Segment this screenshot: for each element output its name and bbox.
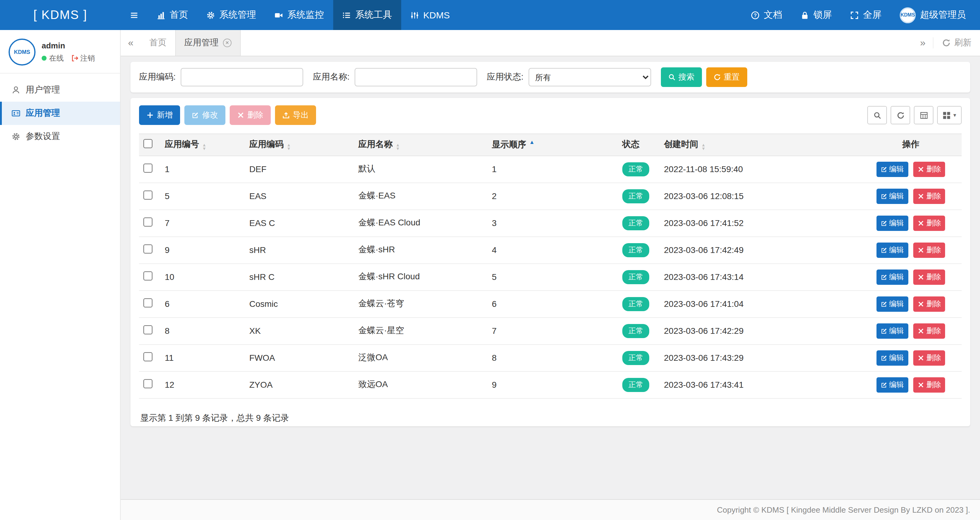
- nav-item-lock-screen[interactable]: 锁屏: [791, 0, 841, 30]
- row-delete-button[interactable]: 删除: [913, 296, 945, 312]
- brand-logo[interactable]: [ KDMS ]: [0, 0, 121, 30]
- nav-item-user-profile[interactable]: KDMS 超级管理员: [891, 0, 975, 30]
- table-refresh-button[interactable]: [891, 106, 910, 124]
- add-button-label: 新增: [157, 110, 173, 121]
- logout-link[interactable]: 注销: [71, 53, 95, 64]
- row-edit-button[interactable]: 编辑: [876, 242, 908, 258]
- column-header-actions: 操作: [860, 134, 962, 156]
- cell-app-id: 7: [160, 210, 244, 237]
- refresh-tab-button[interactable]: 刷新: [933, 37, 980, 48]
- row-checkbox[interactable]: [143, 244, 153, 254]
- column-header-display-order[interactable]: 显示顺序▲: [487, 134, 617, 156]
- column-header-app-code[interactable]: 应用编码▲▼: [244, 134, 353, 156]
- edit-button[interactable]: 修改: [185, 105, 225, 125]
- select-all-checkbox[interactable]: [143, 139, 153, 148]
- x-icon: [918, 219, 924, 226]
- search-button[interactable]: 搜索: [660, 67, 702, 87]
- sidebar-toggle-button[interactable]: [121, 0, 148, 30]
- row-edit-button[interactable]: 编辑: [876, 296, 908, 312]
- tab-bar: « 首页 应用管理 × » 刷新: [121, 30, 980, 56]
- row-delete-button[interactable]: 删除: [913, 188, 945, 204]
- status-badge: 正常: [622, 324, 649, 338]
- sidebar-item-parameter-settings[interactable]: 参数设置: [0, 125, 120, 148]
- app-code-input[interactable]: [181, 68, 303, 86]
- x-icon: [918, 246, 924, 253]
- row-delete-label: 删除: [926, 191, 941, 201]
- row-checkbox[interactable]: [143, 191, 153, 200]
- row-edit-button[interactable]: 编辑: [876, 215, 908, 231]
- add-button[interactable]: 新增: [139, 105, 180, 125]
- table-row[interactable]: 1 DEF 默认 1 正常 2022-11-08 15:59:40 编辑 删除: [139, 156, 962, 183]
- table-row[interactable]: 5 EAS 金蝶·EAS 2 正常 2023-03-06 12:08:15 编辑…: [139, 183, 962, 210]
- cell-display-order: 1: [487, 156, 617, 183]
- row-checkbox[interactable]: [143, 218, 153, 227]
- x-icon: [918, 328, 924, 334]
- cell-app-name: 金蝶云·星空: [353, 317, 487, 344]
- refresh-icon: [942, 38, 951, 47]
- tab-app-management[interactable]: 应用管理 ×: [175, 30, 241, 56]
- row-delete-button[interactable]: 删除: [913, 242, 945, 258]
- table-row[interactable]: 12 ZYOA 致远OA 9 正常 2023-03-06 17:43:41 编辑…: [139, 371, 962, 398]
- table-row[interactable]: 9 sHR 金蝶·sHR 4 正常 2023-03-06 17:42:49 编辑…: [139, 237, 962, 263]
- row-checkbox[interactable]: [143, 352, 153, 361]
- sidebar-item-user-management[interactable]: 用户管理: [0, 78, 120, 102]
- row-delete-button[interactable]: 删除: [913, 323, 945, 339]
- chevron-down-icon: ▾: [953, 112, 956, 118]
- column-header-created-time[interactable]: 创建时间▲▼: [659, 134, 860, 156]
- row-checkbox[interactable]: [143, 164, 153, 173]
- tab-home[interactable]: 首页: [141, 30, 175, 56]
- nav-item-system-monitoring[interactable]: 系统监控: [265, 0, 333, 30]
- row-delete-button[interactable]: 删除: [913, 350, 945, 365]
- export-button[interactable]: 导出: [275, 105, 316, 125]
- row-edit-button[interactable]: 编辑: [876, 188, 908, 204]
- nav-item-docs[interactable]: 文档: [742, 0, 791, 30]
- column-header-app-name[interactable]: 应用名称▲▼: [353, 134, 487, 156]
- row-delete-button[interactable]: 删除: [913, 377, 945, 392]
- row-checkbox[interactable]: [143, 325, 153, 334]
- nav-item-system-tools[interactable]: 系统工具: [333, 0, 401, 30]
- nav-item-label: 系统管理: [219, 9, 256, 21]
- cell-app-id: 10: [160, 263, 244, 290]
- row-edit-button[interactable]: 编辑: [876, 350, 908, 365]
- tabs-scroll-left-button[interactable]: «: [121, 37, 141, 48]
- row-delete-label: 删除: [926, 164, 941, 174]
- tab-close-icon[interactable]: ×: [223, 38, 232, 47]
- cell-app-name: 金蝶·EAS: [353, 183, 487, 210]
- edit-icon: [880, 354, 887, 361]
- column-header-app-id[interactable]: 应用编号▲▼: [160, 134, 244, 156]
- delete-button-label: 删除: [247, 110, 263, 121]
- table-columns-dropdown-button[interactable]: ▾: [937, 106, 962, 124]
- question-circle-icon: [751, 11, 759, 19]
- row-checkbox[interactable]: [143, 271, 153, 280]
- tabs-scroll-right-button[interactable]: »: [913, 37, 933, 48]
- table-row[interactable]: 8 XK 金蝶云·星空 7 正常 2023-03-06 17:42:29 编辑 …: [139, 317, 962, 344]
- cell-status: 正常: [617, 317, 659, 344]
- nav-item-home[interactable]: 首页: [148, 0, 197, 30]
- table-row[interactable]: 10 sHR C 金蝶·sHR Cloud 5 正常 2023-03-06 17…: [139, 263, 962, 290]
- row-checkbox[interactable]: [143, 379, 153, 388]
- row-edit-button[interactable]: 编辑: [876, 269, 908, 285]
- nav-item-system-management[interactable]: 系统管理: [197, 0, 265, 30]
- search-icon: [668, 73, 675, 81]
- row-delete-button[interactable]: 删除: [913, 161, 945, 177]
- table-view-toggle-button[interactable]: [914, 106, 934, 124]
- table-row[interactable]: 6 Cosmic 金蝶云·苍穹 6 正常 2023-03-06 17:41:04…: [139, 290, 962, 317]
- row-edit-button[interactable]: 编辑: [876, 377, 908, 392]
- row-delete-button[interactable]: 删除: [913, 269, 945, 285]
- app-status-select[interactable]: 所有: [528, 68, 651, 86]
- reset-button[interactable]: 重置: [706, 67, 747, 87]
- cell-created-time: 2023-03-06 17:42:49: [659, 237, 860, 263]
- delete-button[interactable]: 删除: [230, 105, 271, 125]
- row-checkbox[interactable]: [143, 298, 153, 307]
- sidebar-item-app-management[interactable]: 应用管理: [0, 102, 120, 125]
- nav-item-fullscreen[interactable]: 全屏: [841, 0, 891, 30]
- row-edit-button[interactable]: 编辑: [876, 323, 908, 339]
- table-row[interactable]: 7 EAS C 金蝶·EAS Cloud 3 正常 2023-03-06 17:…: [139, 210, 962, 237]
- table-row[interactable]: 11 FWOA 泛微OA 8 正常 2023-03-06 17:43:29 编辑…: [139, 344, 962, 371]
- row-edit-button[interactable]: 编辑: [876, 161, 908, 177]
- edit-icon: [880, 192, 887, 199]
- table-search-toggle-button[interactable]: [868, 106, 887, 124]
- app-name-input[interactable]: [355, 68, 477, 86]
- row-delete-button[interactable]: 删除: [913, 215, 945, 231]
- nav-item-kdms[interactable]: KDMS: [401, 0, 459, 30]
